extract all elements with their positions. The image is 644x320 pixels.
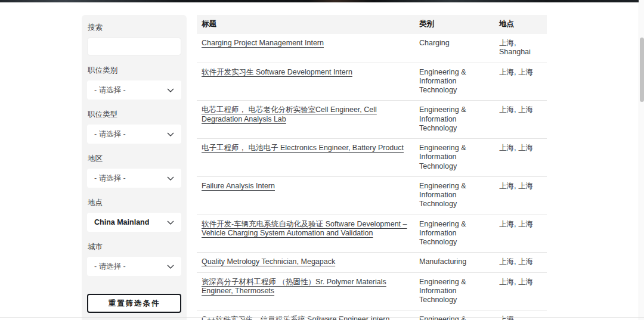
job-location-cell: 上海, 上海 — [499, 182, 547, 209]
filter-group-4: 地点China Mainland — [87, 198, 181, 232]
job-title-cell: 电子工程师， 电池电子 Electronics Engineer, Batter… — [197, 144, 419, 171]
filter-group-3: 地区- 请选择 - — [87, 154, 181, 188]
job-category-cell: Engineering & Information Technology — [419, 68, 499, 95]
selected-value: China Mainland — [94, 218, 149, 226]
job-category-cell: Manufacturing — [419, 257, 499, 266]
filter-select[interactable]: - 请选择 - — [87, 80, 181, 100]
table-row: C++软件实习生，信息娱乐系统 Software Engineer Intern… — [197, 310, 547, 320]
table-row: 资深高分子材料工程师 （热固性）Sr. Polymer Materials En… — [197, 273, 547, 311]
table-row: 软件开发-车辆充电系统自动化及验证 Software Development –… — [197, 215, 547, 253]
search-label: 搜索 — [88, 23, 181, 33]
job-location-cell: 上海, 上海 — [499, 144, 547, 171]
job-title-cell: Charging Project Management Intern — [197, 39, 419, 57]
section-divider — [0, 317, 644, 318]
table-row: 软件开发实习生 Software Development InternEngin… — [197, 63, 547, 101]
chevron-down-icon — [167, 265, 174, 269]
chevron-down-icon — [167, 132, 174, 136]
job-title-cell: Quality Metrology Technician, Megapack — [197, 257, 419, 266]
job-location-cell: 上海, 上海 — [499, 278, 547, 305]
jobs-table: 标题 类别 地点 Charging Project Management Int… — [197, 15, 547, 320]
table-row: Failure Analysis InternEngineering & Inf… — [197, 177, 547, 215]
filter-sidebar: 搜索 职位类别- 请选择 -职位类型- 请选择 -地区- 请选择 -地点Chin… — [82, 15, 187, 320]
table-row: Quality Metrology Technician, MegapackMa… — [197, 253, 547, 272]
filter-group-1: 职位类别- 请选择 - — [87, 66, 181, 100]
job-title-link[interactable]: Quality Metrology Technician, Megapack — [202, 257, 335, 266]
job-title-link[interactable]: Failure Analysis Intern — [202, 182, 275, 190]
filter-select[interactable]: - 请选择 - — [87, 169, 181, 188]
chevron-down-icon — [167, 88, 174, 92]
job-location-cell: 上海 — [499, 315, 547, 320]
job-title-link[interactable]: 资深高分子材料工程师 （热固性）Sr. Polymer Materials En… — [202, 278, 386, 295]
job-location-cell: 上海, 上海 — [499, 220, 547, 247]
filter-select[interactable]: - 请选择 - — [87, 125, 181, 144]
search-input[interactable] — [87, 38, 181, 55]
careers-page: 搜索 职位类别- 请选择 -职位类型- 请选择 -地区- 请选择 -地点Chin… — [0, 2, 644, 320]
job-category-cell: Engineering & Information Technology — [419, 105, 499, 133]
job-title-cell: 软件开发-车辆充电系统自动化及验证 Software Development –… — [197, 220, 419, 247]
header-title: 标题 — [197, 19, 419, 29]
selected-value: - 请选择 - — [94, 85, 126, 95]
job-title-cell: 软件开发实习生 Software Development Intern — [197, 68, 419, 95]
job-title-cell: 电芯工程师， 电芯老化分析实验室Cell Engineer, Cell Degr… — [197, 105, 419, 133]
filter-group-5: 城市- 请选择 - — [87, 242, 181, 276]
filter-group-2: 职位类型- 请选择 - — [87, 110, 181, 144]
job-title-link[interactable]: C++软件实习生，信息娱乐系统 Software Engineer Intern… — [202, 315, 392, 320]
job-category-cell: Engineering & Information Technology — [419, 182, 499, 209]
filter-label: 地区 — [88, 154, 181, 164]
job-title-link[interactable]: 电芯工程师， 电芯老化分析实验室Cell Engineer, Cell Degr… — [202, 105, 377, 123]
table-header-row: 标题 类别 地点 — [197, 15, 547, 34]
scrollbar-thumb[interactable] — [640, 38, 644, 102]
chevron-down-icon — [167, 220, 174, 225]
filter-label: 地点 — [88, 198, 181, 208]
reset-filters-button[interactable]: 重置筛选条件 — [87, 294, 181, 313]
job-title-cell: Failure Analysis Intern — [197, 182, 419, 209]
job-category-cell: Engineering & Information Technology — [419, 315, 499, 320]
job-category-cell: Engineering & Information Technology — [419, 144, 499, 171]
chevron-down-icon — [167, 176, 174, 181]
job-title-link[interactable]: Charging Project Management Intern — [202, 39, 324, 47]
filter-label: 城市 — [88, 242, 181, 252]
filter-list: 职位类别- 请选择 -职位类型- 请选择 -地区- 请选择 -地点China M… — [87, 66, 181, 276]
table-row: 电子工程师， 电池电子 Electronics Engineer, Batter… — [197, 139, 547, 177]
table-body: Charging Project Management InternChargi… — [197, 34, 547, 320]
job-location-cell: 上海, Shanghai — [499, 39, 547, 57]
table-row: 电芯工程师， 电芯老化分析实验室Cell Engineer, Cell Degr… — [197, 101, 547, 139]
job-title-cell: 资深高分子材料工程师 （热固性）Sr. Polymer Materials En… — [197, 278, 419, 305]
job-location-cell: 上海, 上海 — [499, 257, 547, 266]
job-category-cell: Charging — [419, 39, 499, 57]
selected-value: - 请选择 - — [94, 262, 126, 272]
selected-value: - 请选择 - — [94, 129, 126, 139]
job-category-cell: Engineering & Information Technology — [419, 220, 499, 247]
job-category-cell: Engineering & Information Technology — [419, 278, 499, 305]
job-location-cell: 上海, 上海 — [499, 105, 547, 133]
filter-label: 职位类别 — [88, 66, 181, 76]
filter-label: 职位类型 — [88, 110, 181, 120]
job-title-link[interactable]: 软件开发-车辆充电系统自动化及验证 Software Development –… — [202, 220, 407, 237]
header-location: 地点 — [499, 19, 547, 29]
filter-select[interactable]: - 请选择 - — [87, 257, 181, 276]
job-title-link[interactable]: 软件开发实习生 Software Development Intern — [202, 68, 352, 76]
scrollbar-track[interactable] — [639, 0, 644, 320]
filter-select[interactable]: China Mainland — [87, 213, 181, 232]
job-location-cell: 上海, 上海 — [499, 68, 547, 95]
header-category: 类别 — [419, 19, 499, 29]
job-title-cell: C++软件实习生，信息娱乐系统 Software Engineer Intern… — [197, 315, 419, 320]
table-row: Charging Project Management InternChargi… — [197, 34, 547, 63]
job-title-link[interactable]: 电子工程师， 电池电子 Electronics Engineer, Batter… — [202, 144, 404, 152]
selected-value: - 请选择 - — [94, 173, 126, 184]
